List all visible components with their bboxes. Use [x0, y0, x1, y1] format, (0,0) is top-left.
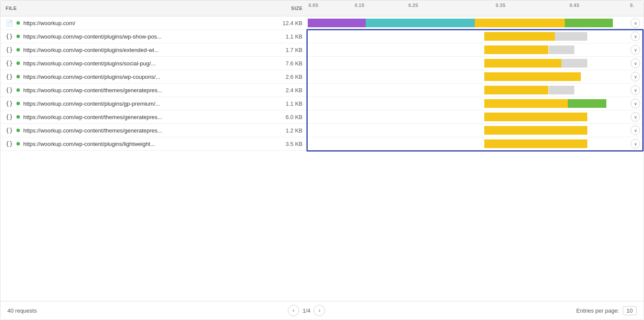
js-icon: {}	[6, 127, 13, 134]
expand-row-button[interactable]: ∨	[631, 112, 640, 122]
file-cell: {}https://woorkup.com/wp-content/plugins…	[0, 70, 269, 84]
tick-1: 0.1s	[355, 3, 365, 8]
bar-segment	[484, 32, 555, 41]
status-dot	[16, 21, 20, 25]
file-cell: {}https://woorkup.com/wp-content/plugins…	[0, 57, 269, 70]
js-icon: {}	[6, 73, 13, 80]
status-dot	[16, 142, 20, 145]
expand-row-button[interactable]: ∨	[631, 18, 640, 28]
bar-segment	[549, 86, 574, 94]
timeline-bar	[308, 45, 629, 54]
per-page-control: Entries per page: 10	[576, 306, 637, 315]
file-icon: 📄	[6, 19, 13, 26]
tick-4: 0.4s	[570, 3, 580, 8]
size-cell: 7.6 KB	[269, 57, 308, 70]
js-icon: {}	[6, 46, 13, 53]
expand-row-button[interactable]: ∨	[631, 85, 640, 95]
timeline-column-header: 0.0s 0.1s 0.2s 0.3s 0.4s 0.	[308, 0, 644, 16]
status-dot	[16, 102, 20, 105]
expand-row-button[interactable]: ∨	[631, 126, 640, 135]
file-column-header: FILE	[0, 0, 269, 16]
bar-segment	[484, 59, 561, 68]
file-url: https://woorkup.com/wp-content/themes/ge…	[23, 127, 162, 134]
file-cell: {}https://woorkup.com/wp-content/themes/…	[0, 84, 269, 97]
bar-segment	[484, 139, 587, 148]
timeline-cell: ∨	[308, 43, 644, 57]
file-url: https://woorkup.com/wp-content/plugins/e…	[23, 47, 159, 53]
js-icon: {}	[6, 113, 13, 120]
js-icon: {}	[6, 87, 13, 94]
expand-row-button[interactable]: ∨	[631, 99, 640, 108]
file-url: https://woorkup.com/wp-content/plugins/g…	[23, 100, 160, 107]
tick-0: 0.0s	[309, 3, 319, 8]
status-dot	[16, 61, 20, 65]
js-icon: {}	[6, 60, 13, 67]
next-page-button[interactable]: ›	[314, 305, 325, 316]
status-dot	[16, 88, 20, 92]
expand-row-button[interactable]: ∨	[631, 32, 640, 41]
bar-segment	[484, 45, 548, 54]
expand-row-button[interactable]: ∨	[631, 58, 640, 68]
js-icon: {}	[6, 33, 13, 40]
file-url: https://woorkup.com/wp-content/themes/ge…	[23, 87, 162, 94]
timeline-bar	[308, 86, 629, 94]
tick-5: 0.	[630, 3, 634, 8]
expand-row-button[interactable]: ∨	[631, 139, 640, 149]
bar-segment	[366, 19, 475, 27]
size-cell: 12.4 KB	[269, 16, 308, 30]
bar-segment	[484, 99, 568, 108]
size-cell: 3.5 KB	[269, 137, 308, 151]
table-row: {}https://woorkup.com/wp-content/plugins…	[0, 137, 644, 151]
timeline-bar	[308, 32, 629, 41]
tick-2: 0.2s	[409, 3, 419, 8]
expand-row-button[interactable]: ∨	[631, 72, 640, 81]
size-column-header: SIZE	[269, 0, 308, 16]
timeline-cell: ∨	[308, 16, 644, 30]
bar-segment	[549, 45, 574, 54]
bar-segment	[484, 126, 587, 135]
file-cell: {}https://woorkup.com/wp-content/plugins…	[0, 30, 269, 43]
status-dot	[16, 115, 20, 119]
file-cell: {}https://woorkup.com/wp-content/plugins…	[0, 43, 269, 57]
tick-3: 0.3s	[496, 3, 506, 8]
file-url: https://woorkup.com/wp-content/plugins/s…	[23, 60, 156, 67]
size-cell: 2.4 KB	[269, 84, 308, 97]
size-cell: 1.1 KB	[269, 97, 308, 110]
status-dot	[16, 48, 20, 52]
file-url: https://woorkup.com/wp-content/plugins/w…	[23, 33, 161, 40]
table-row: {}https://woorkup.com/wp-content/themes/…	[0, 110, 644, 124]
file-url: https://woorkup.com/wp-content/themes/ge…	[23, 114, 162, 120]
timeline-bar	[308, 126, 629, 135]
bar-segment	[484, 113, 587, 121]
timeline-cell: ∨	[308, 70, 644, 84]
bar-segment	[308, 19, 366, 27]
timeline-cell: ∨	[308, 84, 644, 97]
expand-row-button[interactable]: ∨	[631, 45, 640, 55]
per-page-label: Entries per page:	[576, 307, 619, 314]
size-cell: 6.0 KB	[269, 110, 308, 124]
file-cell: {}https://woorkup.com/wp-content/plugins…	[0, 137, 269, 151]
table-row: {}https://woorkup.com/wp-content/plugins…	[0, 30, 644, 43]
file-cell: {}https://woorkup.com/wp-content/plugins…	[0, 97, 269, 110]
size-cell: 1.1 KB	[269, 30, 308, 43]
per-page-value[interactable]: 10	[623, 306, 637, 315]
bar-segment	[484, 86, 548, 94]
bar-segment	[475, 19, 565, 27]
timeline-cell: ∨	[308, 110, 644, 124]
file-url: https://woorkup.com/wp-content/plugins/w…	[23, 74, 161, 80]
table-row: {}https://woorkup.com/wp-content/plugins…	[0, 57, 644, 70]
file-url: https://woorkup.com/	[23, 20, 75, 26]
table-row: {}https://woorkup.com/wp-content/themes/…	[0, 124, 644, 137]
table-row: {}https://woorkup.com/wp-content/plugins…	[0, 97, 644, 110]
page-indicator: 1/4	[303, 307, 310, 314]
status-dot	[16, 129, 20, 132]
bar-segment	[555, 32, 587, 41]
file-url: https://woorkup.com/wp-content/plugins/l…	[23, 141, 155, 147]
prev-page-button[interactable]: ‹	[288, 305, 299, 316]
timeline-bar	[308, 139, 629, 148]
table-row: {}https://woorkup.com/wp-content/themes/…	[0, 84, 644, 97]
timeline-cell: ∨	[308, 57, 644, 70]
timeline-cell: ∨	[308, 137, 644, 151]
table-row: 📄https://woorkup.com/12.4 KB∨	[0, 16, 644, 30]
timeline-bar	[308, 113, 629, 121]
